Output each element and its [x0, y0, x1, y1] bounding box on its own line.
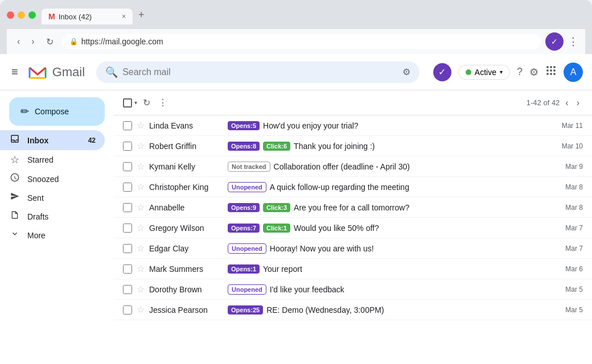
tag-clicks: Click:6 [263, 142, 290, 151]
email-checkbox[interactable] [123, 162, 132, 171]
tag-opens: Opens:1 [228, 264, 260, 274]
email-checkbox[interactable] [123, 142, 132, 151]
email-sender: Edgar Clay [149, 244, 223, 253]
table-row[interactable]: ☆ Annabelle Opens:9Click:3 Are you free … [114, 197, 592, 218]
sent-label: Sent [27, 193, 44, 202]
star-icon[interactable]: ☆ [137, 120, 145, 131]
email-date: Mar 6 [565, 265, 583, 273]
star-icon[interactable]: ☆ [137, 263, 145, 274]
table-row[interactable]: ☆ Linda Evans Opens:5 How'd you enjoy yo… [114, 115, 592, 136]
compose-button[interactable]: ✏ Compose [9, 97, 105, 126]
toolbar-right: 1-42 of 42 ‹ › [527, 96, 583, 110]
browser-more-button[interactable]: ⋮ [568, 35, 578, 48]
select-dropdown-icon[interactable]: ▾ [134, 100, 137, 106]
star-icon[interactable]: ☆ [137, 181, 145, 192]
email-checkbox[interactable] [123, 244, 132, 253]
table-row[interactable]: ☆ Gregory Wilson Opens:7Click:1 Would yo… [114, 218, 592, 238]
email-checkbox[interactable] [123, 121, 132, 130]
drafts-icon [9, 210, 20, 222]
sidebar-item-inbox[interactable]: Inbox 42 [0, 130, 105, 150]
email-subject: Hooray! Now you are with us! [270, 244, 374, 253]
email-checkbox[interactable] [123, 224, 132, 233]
email-checkbox[interactable] [123, 203, 132, 212]
svg-point-2 [550, 66, 552, 68]
table-row[interactable]: ☆ Christopher King Unopened A quick foll… [114, 177, 592, 197]
table-row[interactable]: ☆ Dorothy Brown Unopened I'd like your f… [114, 279, 592, 300]
apps-button[interactable] [545, 65, 557, 79]
email-date: Mar 11 [562, 122, 583, 130]
gmail-logo-text: Gmail [52, 65, 85, 80]
reload-button[interactable]: ↻ [43, 35, 57, 48]
active-chevron-icon: ▾ [500, 69, 503, 75]
help-button[interactable]: ? [517, 66, 523, 78]
email-subject: A quick follow-up regarding the meeting [270, 183, 409, 192]
search-input[interactable] [122, 67, 398, 77]
email-body: Opens:7Click:1 Would you like 50% off? [228, 224, 561, 233]
address-bar-row: ‹ › ↻ 🔒 https://mail.google.com ✓ ⋮ [7, 29, 585, 54]
filter-icon[interactable]: ⚙ [402, 67, 410, 77]
table-row[interactable]: ☆ Jessica Pearson Opens:25 RE: Demo (Wed… [114, 300, 592, 320]
apps-grid-icon [545, 65, 557, 76]
tag-opens: Opens:25 [228, 305, 263, 315]
tag-clicks: Click:1 [263, 224, 290, 233]
tab-close-button[interactable]: × [122, 13, 126, 20]
extension-check-icon[interactable]: ✓ [545, 32, 564, 51]
search-icon: 🔍 [105, 66, 118, 78]
email-checkbox[interactable] [123, 264, 132, 274]
inbox-label: Inbox [27, 136, 48, 145]
sidebar-item-more[interactable]: More [0, 226, 105, 245]
email-checkbox[interactable] [123, 285, 132, 294]
star-icon[interactable]: ☆ [137, 222, 145, 233]
email-sender: Jessica Pearson [149, 305, 223, 315]
sidebar-item-sent[interactable]: Sent [0, 188, 105, 207]
sidebar-item-drafts[interactable]: Drafts [0, 207, 105, 226]
select-all-checkbox[interactable]: ▾ [123, 98, 137, 107]
sidebar-item-starred[interactable]: ☆ Starred [0, 150, 105, 169]
gmail-app: ≡ Gmail 🔍 ⚙ ✓ Active ▾ [0, 54, 592, 364]
next-page-button[interactable]: › [573, 96, 583, 110]
starred-label: Starred [27, 155, 54, 164]
svg-point-4 [546, 69, 549, 72]
svg-point-6 [553, 69, 556, 72]
tab-bar: M Inbox (42) × + [42, 6, 150, 24]
email-checkbox[interactable] [123, 183, 132, 192]
email-date: Mar 5 [565, 306, 583, 314]
star-icon[interactable]: ☆ [137, 140, 145, 151]
star-icon[interactable]: ☆ [137, 304, 145, 315]
maximize-window-button[interactable] [28, 11, 36, 19]
active-tab[interactable]: M Inbox (42) × [42, 9, 133, 24]
menu-button[interactable]: ≡ [9, 63, 20, 81]
star-icon[interactable]: ☆ [137, 161, 145, 172]
address-bar[interactable]: 🔒 https://mail.google.com [61, 34, 541, 49]
settings-button[interactable]: ⚙ [529, 66, 538, 78]
email-checkbox[interactable] [123, 305, 132, 315]
minimize-window-button[interactable] [18, 11, 25, 19]
table-row[interactable]: ☆ Robert Griffin Opens:8Click:6 Thank yo… [114, 136, 592, 156]
star-icon[interactable]: ☆ [137, 202, 145, 213]
tag-clicks: Click:3 [263, 203, 290, 212]
forward-button[interactable]: › [28, 35, 38, 48]
refresh-button[interactable]: ↻ [141, 95, 153, 110]
avatar[interactable]: A [564, 63, 583, 82]
email-body: Opens:25 RE: Demo (Wednesday, 3:00PM) [228, 305, 561, 315]
sidebar-item-snoozed[interactable]: Snoozed [0, 169, 105, 188]
email-date: Mar 7 [565, 245, 583, 253]
back-button[interactable]: ‹ [14, 35, 23, 48]
close-window-button[interactable] [7, 11, 14, 19]
star-icon[interactable]: ☆ [137, 243, 145, 254]
checkbox-icon [123, 98, 132, 107]
prev-page-button[interactable]: ‹ [562, 96, 572, 110]
email-count-label: 1-42 of 42 [527, 98, 560, 107]
active-status-badge[interactable]: Active ▾ [458, 65, 510, 80]
active-label: Active [475, 68, 496, 77]
tag-unopened: Unopened [228, 182, 266, 192]
new-tab-button[interactable]: + [133, 6, 150, 24]
browser-actions: ✓ ⋮ [545, 32, 578, 51]
star-icon[interactable]: ☆ [137, 284, 145, 295]
tracker-extension-button[interactable]: ✓ [433, 63, 451, 81]
more-options-button[interactable]: ⋮ [156, 95, 170, 110]
table-row[interactable]: ☆ Mark Summers Opens:1 Your report Mar 6 [114, 259, 592, 279]
table-row[interactable]: ☆ Kymani Kelly Not tracked Collaboration… [114, 156, 592, 177]
table-row[interactable]: ☆ Edgar Clay Unopened Hooray! Now you ar… [114, 238, 592, 259]
gmail-logo: Gmail [27, 62, 85, 82]
